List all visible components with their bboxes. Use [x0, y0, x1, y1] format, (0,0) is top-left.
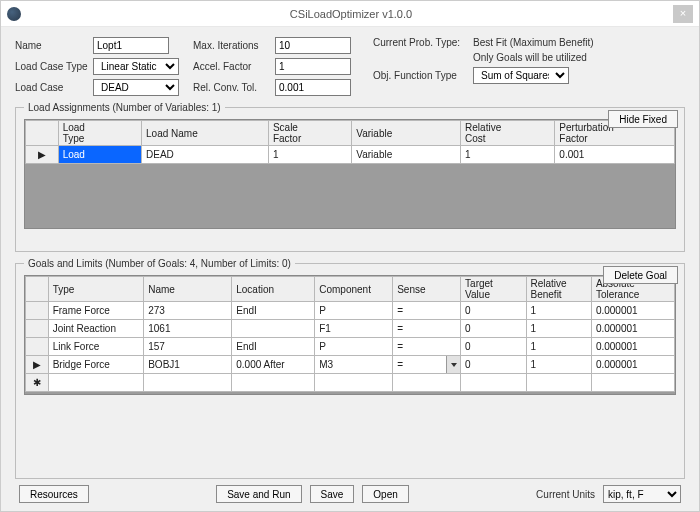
rel-conv-tol-input[interactable]	[275, 79, 351, 96]
gl-h-type[interactable]: Type	[48, 277, 144, 302]
form-row: Name Load Case TypeLinear Static Load Ca…	[15, 37, 685, 96]
table-row: ▶Bridge ForceBOBJ10.000 AfterM3=010.0000…	[26, 356, 675, 374]
table-row: Joint Reaction1061F1=010.000001	[26, 320, 675, 338]
footer: Resources Save and Run Save Open Current…	[15, 485, 685, 503]
la-h-var[interactable]: Variable	[352, 121, 461, 146]
content: Name Load Case TypeLinear Static Load Ca…	[1, 27, 699, 511]
la-h-rc[interactable]: Relative Cost	[461, 121, 555, 146]
load-case-type-select[interactable]: Linear Static	[93, 58, 179, 75]
units-select[interactable]: kip, ft, F	[603, 485, 681, 503]
gl-grid[interactable]: Type Name Location Component Sense Targe…	[24, 275, 676, 395]
table-row: ✱	[26, 374, 675, 392]
name-input[interactable]	[93, 37, 169, 54]
cpt-value: Best Fit (Maximum Benefit)	[473, 37, 594, 48]
gl-h-sense[interactable]: Sense	[393, 277, 461, 302]
table-row: Frame Force273EndIP=010.000001	[26, 302, 675, 320]
titlebar: CSiLoadOptimizer v1.0.0 ×	[1, 1, 699, 27]
close-icon[interactable]: ×	[673, 5, 693, 23]
row-marker	[26, 302, 49, 320]
table-row: Link Force157EndIP=010.000001	[26, 338, 675, 356]
rct-label: Rel. Conv. Tol.	[193, 82, 271, 93]
goals-limits-fieldset: Goals and Limits (Number of Goals: 4, Nu…	[15, 258, 685, 479]
gl-h-rb[interactable]: Relative Benefit	[526, 277, 591, 302]
la-legend: Load Assignments (Number of Variables: 1…	[24, 102, 225, 113]
hide-fixed-button[interactable]: Hide Fixed	[608, 110, 678, 128]
gl-legend: Goals and Limits (Number of Goals: 4, Nu…	[24, 258, 295, 269]
la-h-sf[interactable]: Scale Factor	[268, 121, 351, 146]
max-iterations-input[interactable]	[275, 37, 351, 54]
oft-label: Obj. Function Type	[373, 70, 469, 81]
gl-h-comp[interactable]: Component	[315, 277, 393, 302]
af-label: Accel. Factor	[193, 61, 271, 72]
accel-factor-input[interactable]	[275, 58, 351, 75]
row-marker	[26, 338, 49, 356]
cpt-note: Only Goals will be utilized	[473, 52, 587, 63]
name-label: Name	[15, 40, 89, 51]
open-button[interactable]: Open	[362, 485, 408, 503]
row-marker: ✱	[26, 374, 49, 392]
gl-h-tv[interactable]: Target Value	[461, 277, 526, 302]
gl-h-name[interactable]: Name	[144, 277, 232, 302]
app-icon	[7, 7, 21, 21]
row-marker	[26, 320, 49, 338]
la-h-lt[interactable]: Load Type	[58, 121, 141, 146]
chevron-down-icon[interactable]	[446, 356, 460, 373]
lc-label: Load Case	[15, 82, 89, 93]
load-case-select[interactable]: DEAD	[93, 79, 179, 96]
row-marker: ▶	[26, 356, 49, 374]
window-title: CSiLoadOptimizer v1.0.0	[29, 8, 673, 20]
save-and-run-button[interactable]: Save and Run	[216, 485, 301, 503]
lct-label: Load Case Type	[15, 61, 89, 72]
gl-h-loc[interactable]: Location	[232, 277, 315, 302]
resources-button[interactable]: Resources	[19, 485, 89, 503]
app-window: CSiLoadOptimizer v1.0.0 × Name Load Case…	[0, 0, 700, 512]
units-label: Current Units	[536, 489, 595, 500]
save-button[interactable]: Save	[310, 485, 355, 503]
cpt-label: Current Prob. Type:	[373, 37, 469, 48]
table-row: ▶ Load DEAD 1 Variable 1 0.001	[26, 146, 675, 164]
maxit-label: Max. Iterations	[193, 40, 271, 51]
la-h-ln[interactable]: Load Name	[142, 121, 269, 146]
delete-goal-button[interactable]: Delete Goal	[603, 266, 678, 284]
la-grid[interactable]: Load Type Load Name Scale Factor Variabl…	[24, 119, 676, 229]
load-assignments-fieldset: Load Assignments (Number of Variables: 1…	[15, 102, 685, 252]
row-marker: ▶	[26, 146, 59, 164]
obj-function-type-select[interactable]: Sum of Squares	[473, 67, 569, 84]
